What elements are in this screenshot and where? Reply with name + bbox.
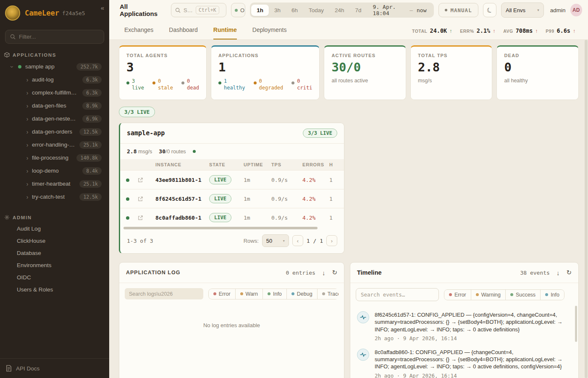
download-icon[interactable]: ↓	[556, 269, 560, 276]
external-link-icon[interactable]	[138, 215, 143, 220]
sidebar-collapse-button[interactable]: «	[101, 4, 104, 11]
sidebar-item-error-handling[interactable]: › error-handling-… 25.1k	[0, 138, 109, 151]
range-6h-button[interactable]: 6h	[286, 5, 303, 16]
count-badge: 6.3k	[82, 89, 102, 97]
sub-label: healthy	[224, 85, 245, 92]
debug-dot	[291, 292, 294, 295]
prev-page-button[interactable]: ‹	[292, 235, 303, 246]
table-horizontal-scrollbar[interactable]	[122, 227, 342, 229]
filter-chip-success[interactable]: Success	[505, 289, 541, 300]
sidebar-item-oidc[interactable]: OIDC	[0, 271, 109, 284]
sidebar-item-environments[interactable]: Environments	[0, 259, 109, 271]
rows-per-page-select[interactable]: 50 ▾	[262, 234, 289, 247]
kpi-err: ERR% 2.1% ↑	[460, 27, 495, 34]
range-7d-button[interactable]: 7d	[350, 5, 367, 16]
filter-chip-info[interactable]: Info	[540, 289, 564, 300]
chevron-right-icon: ›	[24, 129, 30, 135]
theme-toggle-button[interactable]: ☾	[483, 3, 496, 17]
main-vertical-scrollbar[interactable]	[585, 40, 588, 378]
tab-exchanges[interactable]: Exchanges	[124, 26, 153, 39]
next-page-button[interactable]: ›	[326, 235, 337, 246]
range-3h-button[interactable]: 3h	[269, 5, 286, 16]
sidebar-item-audit-log-admin[interactable]: Audit Log	[0, 223, 109, 235]
card-label: DEAD	[504, 53, 571, 58]
timeline-event[interactable]: 8c0affadb860-1: CONFIG_APPLIED — {change…	[357, 349, 571, 378]
tree-item-label: timer-heartbeat	[32, 181, 71, 187]
refresh-icon[interactable]: ↻	[332, 269, 337, 276]
chip-label: Warning	[481, 292, 501, 298]
timeline-event[interactable]: 8f6245c61d57-1: CONFIG_APPLIED — {config…	[357, 311, 571, 341]
manual-refresh-button[interactable]: MANUAL	[438, 3, 478, 17]
event-text: 8c0affadb860-1: CONFIG_APPLIED — {change…	[375, 349, 571, 370]
sidebar-item-complex-fulfillment[interactable]: › complex-fulfillm… 6.3k	[0, 86, 109, 99]
log-search-input[interactable]	[125, 288, 203, 299]
table-row[interactable]: 8c0affadb860-1 LIVE 1m 0.9/s 4.2% 1	[120, 208, 344, 227]
sidebar-item-users-roles[interactable]: Users & Roles	[0, 284, 109, 296]
sidebar-item-data-gen-orders[interactable]: › data-gen-orders 12.5k	[0, 125, 109, 138]
sidebar-item-clickhouse[interactable]: ClickHouse	[0, 235, 109, 247]
filter-chip-error[interactable]: Error	[208, 289, 236, 299]
errors-value: 4.2%	[300, 171, 327, 189]
filter-chip-info[interactable]: Info	[262, 289, 287, 299]
chip-label: Error	[219, 291, 231, 297]
card-label: TOTAL TPS	[418, 53, 485, 58]
tab-runtime[interactable]: Runtime	[213, 26, 237, 39]
table-row[interactable]: 43ee9811b801-1 LIVE 1m 0.9/s 4.2% 1	[120, 171, 344, 189]
applications-header-label: APPLICATIONS	[13, 52, 56, 58]
timeline-filters: Error Warning Success Info	[444, 289, 564, 300]
sidebar-item-file-processing[interactable]: › file-processing 140.8k	[0, 151, 109, 164]
refresh-icon[interactable]: ↻	[566, 269, 572, 276]
filter-chip-debug[interactable]: Debug	[286, 289, 318, 299]
filter-chip-error[interactable]: Error	[444, 289, 471, 300]
sidebar-item-data-gen-nested[interactable]: › data-gen-neste… 6.9k	[0, 112, 109, 125]
range-today-button[interactable]: Today	[303, 5, 329, 16]
sidebar-item-try-catch-test[interactable]: › try-catch-test 12.5k	[0, 190, 109, 203]
event-time: 2h ago · 9 Apr 2026, 16:14	[375, 335, 571, 341]
sidebar-item-sample-app[interactable]: › sample app 252.7k	[0, 60, 109, 73]
kpi-value: 708ms	[516, 27, 533, 34]
timeline-events-count: 38 events	[520, 270, 549, 276]
global-search[interactable]: S… Ctrl+K	[171, 3, 226, 17]
instance-id: 43ee9811b801-1	[153, 171, 207, 189]
live-badge: 3/3 LIVE	[303, 129, 337, 138]
filter-chip-warn[interactable]: Warn	[235, 289, 263, 299]
card-value: 1	[218, 60, 312, 74]
timeline-scrollbar[interactable]	[575, 306, 577, 342]
api-docs-link[interactable]: API Docs	[0, 358, 109, 378]
sidebar-item-loop-demo[interactable]: › loop-demo 8.4k	[0, 164, 109, 177]
download-icon[interactable]: ↓	[322, 269, 326, 276]
sidebar-filter[interactable]	[5, 30, 104, 44]
timeline-search-input[interactable]	[356, 288, 439, 301]
range-24h-button[interactable]: 24h	[329, 5, 350, 16]
chip-label: Debug	[297, 291, 312, 297]
card-value: 2.8	[418, 60, 485, 74]
sidebar-item-timer-heartbeat[interactable]: › timer-heartbeat 25.1k	[0, 177, 109, 190]
document-icon	[6, 365, 12, 372]
env-select[interactable]: All Envs ▾	[501, 3, 544, 18]
tree-item-label: file-processing	[32, 155, 68, 161]
sidebar-item-audit-log[interactable]: › audit-log 6.3k	[0, 73, 109, 86]
sidebar-filter-input[interactable]	[19, 34, 94, 40]
range-1h-button[interactable]: 1h	[251, 5, 269, 16]
avatar[interactable]: AD	[570, 4, 582, 16]
tab-dashboard[interactable]: Dashboard	[169, 26, 198, 39]
tree-item-label: data-gen-neste…	[32, 116, 76, 122]
status-chip[interactable]: O	[231, 3, 245, 17]
card-subtext: all healthy	[504, 78, 571, 84]
count-badge: 12.5k	[79, 193, 102, 201]
date-range-display[interactable]: 9. Apr. 18:04 – now	[367, 4, 433, 16]
tps-value: 0.9/s	[269, 171, 300, 189]
filter-chip-trace[interactable]: Trace	[317, 289, 339, 299]
chip-label: Success	[516, 292, 536, 298]
activity-icon	[357, 311, 369, 323]
sidebar-item-database[interactable]: Database	[0, 247, 109, 259]
table-row[interactable]: 8f6245c61d57-1 LIVE 1m 0.9/s 4.2% 1	[120, 189, 344, 208]
tab-deployments[interactable]: Deployments	[252, 26, 287, 39]
external-link-icon[interactable]	[138, 196, 143, 202]
filter-chip-warning[interactable]: Warning	[471, 289, 506, 300]
external-link-icon[interactable]	[138, 177, 143, 183]
event-time: 2h ago · 9 Apr 2026, 16:14	[375, 373, 571, 378]
gear-icon	[4, 215, 10, 220]
state-badge: LIVE	[209, 175, 231, 184]
sidebar-item-data-gen-files[interactable]: › data-gen-files 8.9k	[0, 99, 109, 112]
